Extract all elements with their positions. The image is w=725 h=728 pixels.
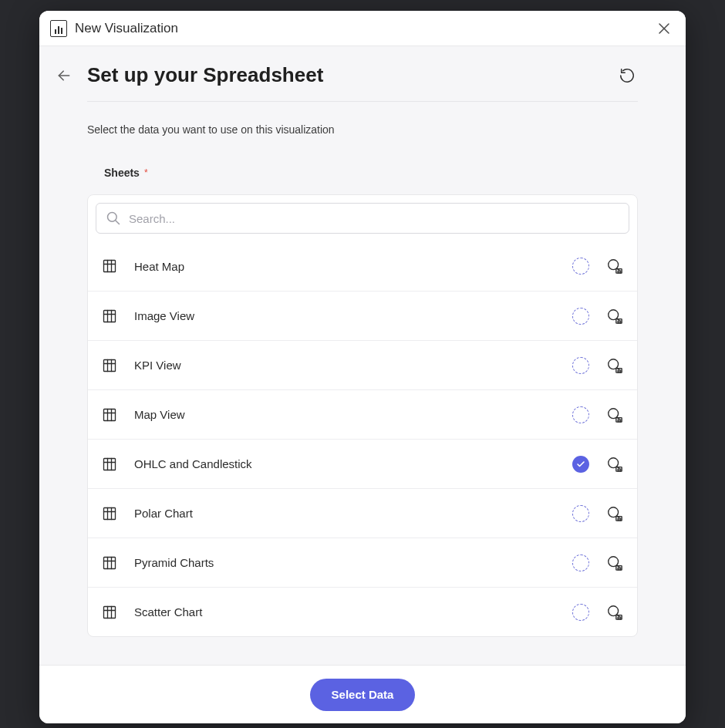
select-radio[interactable] [572,258,589,275]
sheet-row[interactable]: Polar Chart [88,488,637,538]
sheet-row[interactable]: Map View [88,389,637,439]
refresh-icon [619,67,636,84]
arrow-left-icon [56,68,72,83]
svg-rect-35 [104,409,116,420]
sheets-list: Heat Map Image View KPI View Map View OH… [88,241,637,636]
page-title: Set up your Spreadsheet [87,63,616,87]
grid-icon [102,308,117,324]
select-radio[interactable] [572,357,589,374]
svg-line-4 [116,221,120,224]
close-icon [658,22,670,35]
row-controls [572,357,623,374]
sheet-name: Pyramid Charts [134,556,572,569]
svg-rect-15 [104,310,116,322]
preview-icon[interactable] [606,505,623,522]
preview-icon[interactable] [606,308,623,325]
row-controls [572,308,623,325]
sheets-list-card: Heat Map Image View KPI View Map View OH… [87,194,638,637]
svg-rect-5 [104,261,116,272]
modal-header: New Visualization [39,11,686,46]
grid-icon [102,457,117,472]
sheet-row[interactable]: Heat Map [88,241,637,291]
grid-icon [102,258,117,274]
grid-icon [102,506,117,521]
modal-title: New Visualization [75,21,653,36]
visualization-icon [50,20,67,37]
sheet-name: Scatter Chart [134,605,572,618]
select-radio[interactable] [572,604,589,621]
row-controls [572,505,623,522]
refresh-button[interactable] [616,65,638,86]
search-field-wrap[interactable] [96,203,629,234]
grid-icon [102,358,117,373]
svg-rect-55 [104,507,116,519]
sheet-row[interactable]: Pyramid Charts [88,538,637,587]
preview-icon[interactable] [606,357,623,374]
preview-icon[interactable] [606,604,623,621]
modal-body: Set up your Spreadsheet Select the data … [39,46,686,665]
grid-icon [102,555,117,571]
select-data-button[interactable]: Select Data [310,679,416,711]
search-wrap [88,195,637,241]
select-radio[interactable] [572,308,589,325]
new-visualization-modal: New Visualization Set up your Spreadshee… [39,11,686,723]
back-button[interactable] [55,66,73,85]
sheet-row[interactable]: KPI View [88,340,637,389]
required-asterisk: * [144,167,148,178]
modal-footer: Select Data [39,665,686,723]
sheet-row[interactable]: Scatter Chart [88,587,637,636]
row-controls [572,604,623,621]
sheet-row[interactable]: OHLC and Candlestick [88,439,637,488]
svg-rect-45 [104,458,116,470]
row-controls [572,456,623,473]
sheet-name: Map View [134,408,572,421]
row-controls [572,258,623,275]
sheets-label: Sheets [104,167,140,179]
sheet-name: Polar Chart [134,507,572,520]
page-subtitle: Select the data you want to use on this … [87,123,638,136]
preview-icon[interactable] [606,554,623,571]
sheet-row[interactable]: Image View [88,291,637,340]
search-input[interactable] [129,212,619,225]
page-title-row: Set up your Spreadsheet [87,46,638,102]
sheet-name: Image View [134,309,572,322]
grid-icon [102,407,117,423]
preview-icon[interactable] [606,258,623,275]
search-icon [106,211,121,226]
select-radio[interactable] [572,406,589,423]
sheet-name: OHLC and Candlestick [134,457,572,470]
sheet-name: KPI View [134,359,572,372]
sheet-name: Heat Map [134,260,572,273]
select-radio[interactable] [572,456,589,473]
close-button[interactable] [653,18,675,39]
select-radio[interactable] [572,505,589,522]
select-radio[interactable] [572,554,589,571]
svg-rect-75 [104,606,116,618]
preview-icon[interactable] [606,406,623,423]
svg-rect-65 [104,557,116,568]
row-controls [572,406,623,423]
svg-rect-25 [104,359,116,371]
row-controls [572,554,623,571]
preview-icon[interactable] [606,456,623,473]
grid-icon [102,605,117,620]
sheets-label-row: Sheets * [104,167,638,179]
